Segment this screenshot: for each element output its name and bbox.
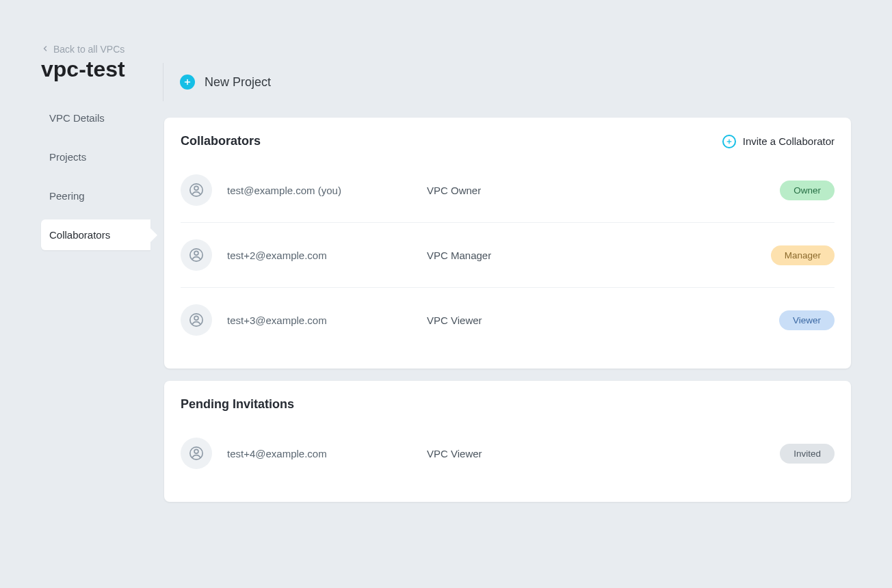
svg-point-5 bbox=[194, 186, 198, 190]
pending-invitations-card: Pending Invitations test+4@example.com V… bbox=[164, 381, 851, 502]
back-link-label: Back to all VPCs bbox=[53, 44, 124, 55]
plus-outline-icon bbox=[722, 135, 736, 148]
collaborator-role: VPC Viewer bbox=[427, 315, 725, 326]
side-nav: VPC Details Projects Peering Collaborato… bbox=[41, 103, 150, 250]
sidebar: Back to all VPCs vpc-test VPC Details Pr… bbox=[41, 44, 150, 258]
user-circle-icon bbox=[181, 174, 212, 206]
collaborators-header: Collaborators Invite a Collaborator bbox=[181, 134, 835, 148]
new-project-button[interactable]: New Project bbox=[180, 75, 271, 90]
sidebar-item-label: Projects bbox=[49, 151, 86, 163]
collaborator-email: test@example.com (you) bbox=[215, 185, 427, 196]
collaborator-email: test+2@example.com bbox=[215, 250, 427, 261]
pending-header: Pending Invitations bbox=[181, 397, 835, 412]
sidebar-item-collaborators[interactable]: Collaborators bbox=[41, 219, 150, 250]
svg-point-7 bbox=[194, 251, 198, 255]
svg-point-9 bbox=[194, 316, 198, 320]
vpc-title: vpc-test bbox=[41, 56, 150, 82]
main-content: New Project Collaborators Invite a Colla… bbox=[164, 44, 851, 514]
page: Back to all VPCs vpc-test VPC Details Pr… bbox=[0, 0, 892, 514]
collaborators-list: test@example.com (you) VPC Owner Owner t… bbox=[181, 158, 835, 352]
pending-list: test+4@example.com VPC Viewer Invited bbox=[181, 421, 835, 485]
collaborator-row: test+2@example.com VPC Manager Manager bbox=[181, 222, 835, 287]
role-badge: Viewer bbox=[779, 310, 835, 330]
sidebar-item-label: Peering bbox=[49, 190, 85, 202]
new-project-label: New Project bbox=[205, 75, 271, 90]
user-circle-icon bbox=[181, 239, 212, 271]
pending-title: Pending Invitations bbox=[181, 397, 294, 412]
invited-badge: Invited bbox=[780, 444, 835, 464]
collaborator-role: VPC Manager bbox=[427, 250, 725, 261]
collaborators-title: Collaborators bbox=[181, 134, 261, 148]
sidebar-item-projects[interactable]: Projects bbox=[41, 142, 150, 172]
sidebar-item-peering[interactable]: Peering bbox=[41, 181, 150, 211]
user-circle-icon bbox=[181, 304, 212, 336]
main-header: New Project bbox=[163, 63, 851, 101]
chevron-left-icon bbox=[41, 44, 49, 55]
sidebar-item-label: Collaborators bbox=[49, 229, 110, 241]
role-badge: Manager bbox=[771, 245, 835, 265]
sidebar-item-label: VPC Details bbox=[49, 112, 105, 124]
role-badge: Owner bbox=[780, 181, 835, 200]
collaborators-card: Collaborators Invite a Collaborator test… bbox=[164, 118, 851, 369]
collaborator-row: test@example.com (you) VPC Owner Owner bbox=[181, 158, 835, 222]
invite-collaborator-label: Invite a Collaborator bbox=[743, 135, 835, 147]
plus-circle-icon bbox=[180, 75, 195, 90]
invite-collaborator-button[interactable]: Invite a Collaborator bbox=[722, 135, 835, 148]
back-to-vpcs-link[interactable]: Back to all VPCs bbox=[41, 44, 150, 55]
collaborator-role: VPC Owner bbox=[427, 185, 725, 196]
pending-email: test+4@example.com bbox=[215, 448, 427, 459]
sidebar-item-vpc-details[interactable]: VPC Details bbox=[41, 103, 150, 133]
pending-row: test+4@example.com VPC Viewer Invited bbox=[181, 421, 835, 485]
pending-role: VPC Viewer bbox=[427, 448, 725, 459]
svg-point-11 bbox=[194, 449, 198, 453]
collaborator-email: test+3@example.com bbox=[215, 315, 427, 326]
collaborator-row: test+3@example.com VPC Viewer Viewer bbox=[181, 287, 835, 352]
user-circle-icon bbox=[181, 438, 212, 469]
